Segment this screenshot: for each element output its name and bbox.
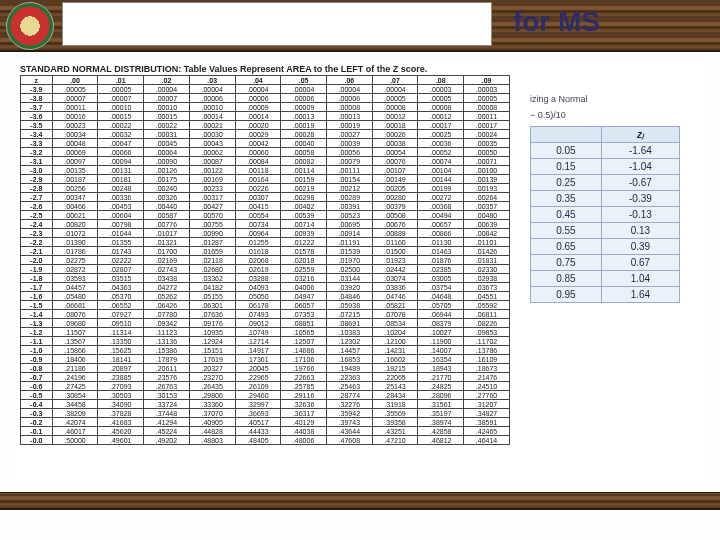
value-cell: .00003 — [418, 85, 464, 94]
z-cell: -1.6 — [21, 292, 53, 301]
col-header: .05 — [281, 76, 327, 85]
value-cell: .16109 — [464, 355, 510, 364]
value-cell: .03515 — [98, 274, 144, 283]
value-cell: .04648 — [418, 292, 464, 301]
z-cell: -1.3 — [21, 319, 53, 328]
value-cell: .14231 — [372, 346, 418, 355]
value-cell: .50000 — [52, 436, 98, 445]
value-cell: .05480 — [52, 292, 98, 301]
value-cell: .13136 — [144, 337, 190, 346]
value-cell: .00082 — [281, 157, 327, 166]
value-cell: .01287 — [189, 238, 235, 247]
value-cell: .00336 — [98, 193, 144, 202]
value-cell: .00079 — [326, 157, 372, 166]
table-row: -0.5.30854.30503.30153.29806.29460.29116… — [21, 391, 510, 400]
value-cell: .00100 — [464, 166, 510, 175]
value-cell: .07493 — [235, 310, 281, 319]
value-cell: .29806 — [189, 391, 235, 400]
value-cell: .00022 — [144, 121, 190, 130]
value-cell: .39358 — [372, 418, 418, 427]
table-row: -2.4.00820.00798.00776.00755.00734.00714… — [21, 220, 510, 229]
value-cell: .00034 — [52, 130, 98, 139]
value-cell: .34090 — [98, 400, 144, 409]
side-cell: -0.13 — [601, 207, 679, 223]
value-cell: .26109 — [235, 382, 281, 391]
value-cell: .00005 — [98, 85, 144, 94]
value-cell: .00004 — [326, 85, 372, 94]
value-cell: .01355 — [98, 238, 144, 247]
value-cell: .00062 — [189, 148, 235, 157]
value-cell: .02559 — [281, 265, 327, 274]
z-cell: -3.2 — [21, 148, 53, 157]
value-cell: .09012 — [235, 319, 281, 328]
value-cell: .37828 — [98, 409, 144, 418]
col-header: .01 — [98, 76, 144, 85]
col-header: .00 — [52, 76, 98, 85]
value-cell: .04746 — [372, 292, 418, 301]
value-cell: .00842 — [464, 229, 510, 238]
value-cell: .00240 — [144, 184, 190, 193]
value-cell: .17619 — [189, 355, 235, 364]
value-cell: .02500 — [326, 265, 372, 274]
value-cell: .48405 — [235, 436, 281, 445]
value-cell: .00014 — [235, 112, 281, 121]
value-cell: .00006 — [326, 94, 372, 103]
value-cell: .07078 — [372, 310, 418, 319]
side-table: zⱼ 0.05-1.640.15-1.040.25-0.670.35-0.390… — [530, 126, 680, 303]
value-cell: .00107 — [372, 166, 418, 175]
value-cell: .11507 — [52, 328, 98, 337]
value-cell: .00006 — [281, 94, 327, 103]
value-cell: .00029 — [235, 130, 281, 139]
value-cell: .13567 — [52, 337, 98, 346]
value-cell: .02807 — [98, 265, 144, 274]
value-cell: .15386 — [144, 346, 190, 355]
value-cell: .22363 — [326, 373, 372, 382]
side-cell: 0.39 — [601, 239, 679, 255]
value-cell: .05370 — [98, 292, 144, 301]
value-cell: .29460 — [235, 391, 281, 400]
value-cell: .00990 — [189, 229, 235, 238]
bottom-bar — [0, 492, 720, 510]
value-cell: .00007 — [52, 94, 98, 103]
right-column: izing a Normal − 0.5)/10 zⱼ 0.05-1.640.1… — [530, 64, 700, 303]
value-cell: .02118 — [189, 256, 235, 265]
value-cell: .18943 — [418, 364, 464, 373]
value-cell: .10383 — [326, 328, 372, 337]
value-cell: .34458 — [52, 400, 98, 409]
value-cell: .00402 — [281, 202, 327, 211]
value-cell: .00045 — [144, 139, 190, 148]
value-cell: .07780 — [144, 310, 190, 319]
value-cell: .02872 — [52, 265, 98, 274]
value-cell: .00734 — [235, 220, 281, 229]
value-cell: .40905 — [189, 418, 235, 427]
value-cell: .04006 — [281, 283, 327, 292]
value-cell: .00280 — [372, 193, 418, 202]
col-header: .03 — [189, 76, 235, 85]
value-cell: .00889 — [372, 229, 418, 238]
value-cell: .23576 — [144, 373, 190, 382]
value-cell: .21186 — [52, 364, 98, 373]
table-row: -2.1.01786.01743.01700.01659.01618.01578… — [21, 247, 510, 256]
z-cell: -1.8 — [21, 274, 53, 283]
value-cell: .02938 — [464, 274, 510, 283]
value-cell: .25143 — [372, 382, 418, 391]
col-header: .04 — [235, 76, 281, 85]
value-cell: .00621 — [52, 211, 98, 220]
value-cell: .11314 — [98, 328, 144, 337]
side-row: 0.05-1.64 — [531, 143, 680, 159]
value-cell: .26435 — [189, 382, 235, 391]
value-cell: .22663 — [281, 373, 327, 382]
z-cell: -2.8 — [21, 184, 53, 193]
title-bar: for MS — [0, 0, 720, 52]
value-cell: .12714 — [235, 337, 281, 346]
value-cell: .17361 — [235, 355, 281, 364]
value-cell: .18406 — [52, 355, 98, 364]
value-cell: .28096 — [418, 391, 464, 400]
value-cell: .01876 — [418, 256, 464, 265]
value-cell: .36693 — [235, 409, 281, 418]
value-cell: .00368 — [418, 202, 464, 211]
value-cell: .00007 — [98, 94, 144, 103]
value-cell: .12100 — [372, 337, 418, 346]
z-cell: -2.6 — [21, 202, 53, 211]
value-cell: .35942 — [326, 409, 372, 418]
